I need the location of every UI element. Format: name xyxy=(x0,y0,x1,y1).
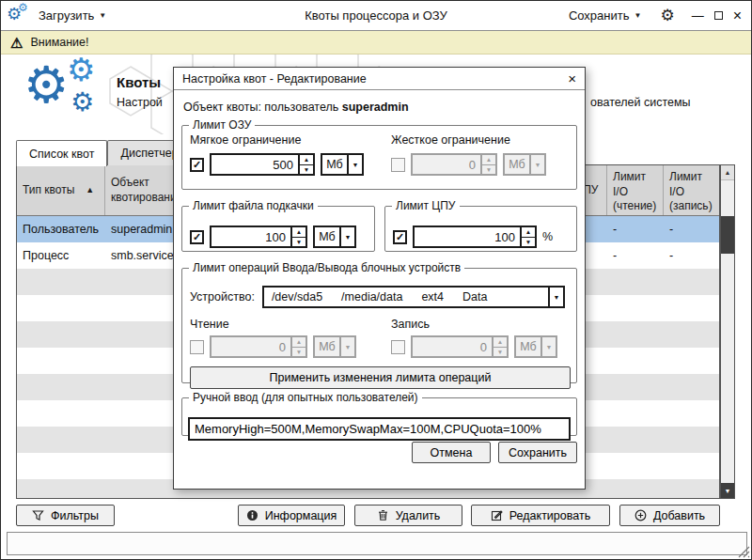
title-bar: ⚙ ⚙ Загрузить ▼ Квоты процессора и ОЗУ С… xyxy=(1,1,751,31)
io-limit-legend: Лимит операций Ввода/Вывода блочных устр… xyxy=(189,261,464,274)
resize-grip[interactable] xyxy=(737,545,750,558)
manual-input-field[interactable] xyxy=(188,417,571,441)
column-header-label: Лимит I/O (запись) xyxy=(669,170,713,212)
swap-spinbox[interactable]: 100 ▲ ▼ xyxy=(210,226,307,248)
device-mountpoint: /media/data xyxy=(341,290,402,303)
device-select[interactable]: /dev/sda5 /media/data ext4 Data ▼ xyxy=(262,286,565,308)
warning-text: Внимание! xyxy=(30,36,88,49)
add-plus-icon xyxy=(634,509,647,521)
app-window: ⚙ ⚙ Загрузить ▼ Квоты процессора и ОЗУ С… xyxy=(0,0,752,560)
delete-button[interactable]: Удалить xyxy=(354,505,462,526)
spin-down-icon[interactable]: ▼ xyxy=(522,237,535,247)
edit-button[interactable]: Редактировать xyxy=(471,505,610,526)
scroll-up-button[interactable]: ▲ xyxy=(721,165,734,180)
info-icon xyxy=(246,509,258,521)
quota-object-label: Объект квоты: пользователь xyxy=(183,101,338,114)
swap-value[interactable]: 100 xyxy=(212,227,290,246)
unit-value: Мб xyxy=(322,155,347,174)
device-fs-type: ext4 xyxy=(421,290,444,303)
load-menu-button[interactable]: Загрузить ▼ xyxy=(33,5,112,26)
io-read-value: 0 xyxy=(212,337,290,356)
save-button[interactable]: Сохранить xyxy=(498,442,577,463)
page-subtitle-left-fragment: Настрой xyxy=(117,96,163,109)
app-logo: ⚙ ⚙ ⚙ xyxy=(24,63,121,132)
info-label: Информация xyxy=(265,509,337,522)
scroll-down-icon: ▼ xyxy=(725,488,731,494)
dropdown-icon[interactable]: ▼ xyxy=(548,288,563,306)
maximize-button[interactable] xyxy=(714,11,723,20)
column-header-io-read[interactable]: Лимит I/O (чтение) xyxy=(607,165,664,215)
save-menu-button[interactable]: Сохранить ▼ xyxy=(563,5,648,26)
dropdown-icon: ▼ xyxy=(339,337,354,356)
spin-up-icon[interactable]: ▲ xyxy=(300,155,313,164)
dropdown-icon[interactable]: ▼ xyxy=(347,155,362,174)
soft-ram-spinbox[interactable]: 500 ▲ ▼ xyxy=(210,153,315,176)
spin-up-icon[interactable]: ▲ xyxy=(522,227,535,237)
cell-object: smb.service xyxy=(105,242,180,269)
dropdown-icon: ▼ xyxy=(529,155,544,174)
gear-icon: ⚙ xyxy=(24,59,69,110)
soft-limit-label: Мягкое ограничение xyxy=(190,133,301,147)
save-menu-label: Сохранить xyxy=(569,8,630,23)
swap-limit-legend: Лимит файла подкачки xyxy=(189,199,318,212)
spin-up-icon[interactable]: ▲ xyxy=(292,227,306,237)
table-scrollbar[interactable]: ▲ ▼ xyxy=(720,164,735,499)
scrollbar-thumb[interactable] xyxy=(721,216,734,254)
spin-up-icon: ▲ xyxy=(482,155,495,164)
manual-input-group: Ручной ввод (для опытных пользователей) xyxy=(181,391,577,436)
hard-ram-checkbox[interactable] xyxy=(391,158,405,172)
device-value: /dev/sda5 /media/data ext4 Data xyxy=(264,288,548,306)
page-subtitle-right-fragment: ователей системы xyxy=(590,96,691,109)
apply-io-limit-button[interactable]: Применить изменения лимита операций xyxy=(190,366,571,389)
swap-unit-select[interactable]: Мб ▼ xyxy=(313,226,356,248)
column-header-label: Тип квоты xyxy=(23,183,74,198)
soft-ram-checkbox[interactable]: ✓ xyxy=(190,158,204,172)
soft-ram-unit-select[interactable]: Мб ▼ xyxy=(321,153,364,176)
unit-value: Мб xyxy=(315,337,339,356)
tab-quota-list[interactable]: Список квот xyxy=(16,140,107,166)
cell-io-write: - xyxy=(664,242,719,269)
chevron-down-icon: ▼ xyxy=(99,11,106,20)
gear-icon: ⚙ xyxy=(18,2,28,13)
spinner-buttons[interactable]: ▲ ▼ xyxy=(298,155,313,174)
cpu-value[interactable]: 100 xyxy=(415,227,520,246)
quota-object-name: superadmin xyxy=(342,101,409,114)
window-controls: — × xyxy=(692,8,742,23)
trash-icon xyxy=(377,509,389,521)
info-button[interactable]: Информация xyxy=(238,505,345,526)
spin-down-icon[interactable]: ▼ xyxy=(300,164,313,175)
add-button[interactable]: Добавить xyxy=(619,505,720,526)
scroll-down-button[interactable]: ▼ xyxy=(721,483,734,498)
cpu-checkbox[interactable]: ✓ xyxy=(393,230,407,244)
column-header-type[interactable]: Тип квоты ▲ xyxy=(17,165,105,215)
io-write-checkbox[interactable] xyxy=(391,340,405,354)
filter-funnel-icon xyxy=(32,509,44,521)
spinner-buttons[interactable]: ▲ ▼ xyxy=(520,227,535,246)
settings-gear-icon[interactable]: ⚙ xyxy=(660,8,674,23)
cancel-button[interactable]: Отмена xyxy=(412,442,491,463)
spinner-buttons[interactable]: ▲ ▼ xyxy=(290,227,306,246)
dialog-close-icon[interactable]: × xyxy=(568,71,576,86)
io-read-checkbox[interactable] xyxy=(190,340,204,354)
cpu-spinbox[interactable]: 100 ▲ ▼ xyxy=(413,226,537,248)
minimize-button[interactable]: — xyxy=(692,9,704,22)
device-path: /dev/sda5 xyxy=(272,290,322,303)
cell-type: Процесс xyxy=(17,242,105,269)
quota-edit-dialog: Настройка квот - Редактирование × Объект… xyxy=(173,67,586,490)
spin-down-icon[interactable]: ▼ xyxy=(292,237,306,247)
close-button[interactable]: × xyxy=(733,8,742,23)
column-header-object[interactable]: Объект квотирования xyxy=(105,165,180,215)
quota-object-line: Объект квоты: пользователь superadmin xyxy=(183,101,409,114)
io-write-value: 0 xyxy=(413,337,492,356)
cell-io-read: - xyxy=(607,242,664,269)
spinner-buttons: ▲ ▼ xyxy=(492,337,507,356)
edit-pencil-icon xyxy=(491,509,503,521)
column-header-io-write[interactable]: Лимит I/O (запись) xyxy=(664,165,719,215)
swap-checkbox[interactable]: ✓ xyxy=(190,230,204,244)
filters-button[interactable]: Фильтры xyxy=(16,505,115,526)
spin-up-icon: ▲ xyxy=(292,337,306,347)
device-label: Устройство: xyxy=(190,290,255,303)
soft-ram-value[interactable]: 500 xyxy=(212,155,298,174)
gear-icon: ⚙ xyxy=(67,54,95,86)
dropdown-icon[interactable]: ▼ xyxy=(339,227,354,246)
